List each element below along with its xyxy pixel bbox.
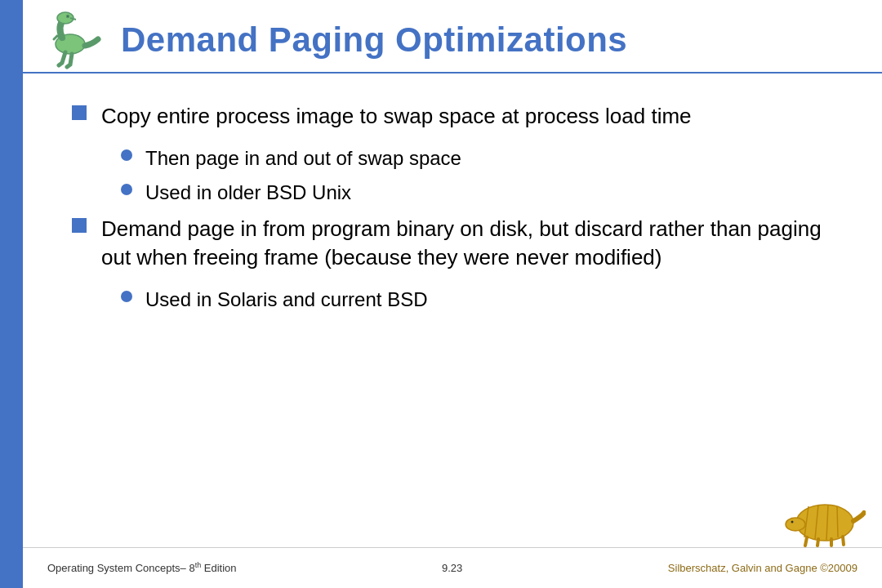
- bullet-item-2: Demand page in from program binary on di…: [72, 215, 833, 272]
- bullet-item-1: Copy entire process image to swap space …: [72, 102, 833, 131]
- footer: Operating System Concepts– 8th Edition 9…: [23, 547, 882, 588]
- sub-bullet-item-1-2: Used in older BSD Unix: [121, 180, 833, 206]
- sub-bullets-2: Used in Solaris and current BSD: [121, 287, 833, 313]
- sub-bullet-circle-1-1: [121, 149, 132, 161]
- bullet-text-2: Demand page in from program binary on di…: [101, 215, 833, 272]
- sub-bullet-text-1-2: Used in older BSD Unix: [145, 180, 351, 206]
- footer-center-text: 9.23: [442, 562, 462, 574]
- sub-bullet-item-1-1: Then page in and out of swap space: [121, 145, 833, 172]
- svg-point-8: [786, 518, 805, 531]
- left-sidebar: [0, 0, 23, 588]
- header-dino: [39, 10, 105, 71]
- footer-right-text: Silberschatz, Galvin and Gagne ©20009: [668, 562, 858, 574]
- bullet-text-1: Copy entire process image to swap space …: [101, 102, 692, 131]
- bullet-square-1: [72, 105, 87, 120]
- page-title: Demand Paging Optimizations: [121, 20, 627, 60]
- header: Demand Paging Optimizations: [23, 0, 882, 74]
- sub-bullet-circle-2-1: [121, 291, 132, 302]
- sub-bullets-1: Then page in and out of swap space Used …: [121, 145, 833, 207]
- footer-left-text: Operating System Concepts– 8th Edition: [47, 561, 237, 574]
- svg-point-2: [67, 15, 69, 17]
- svg-line-7: [837, 506, 838, 537]
- sub-bullet-text-2-1: Used in Solaris and current BSD: [145, 287, 428, 313]
- sub-bullet-text-1-1: Then page in and out of swap space: [145, 145, 461, 172]
- right-dino: [784, 482, 866, 547]
- main-content: Copy entire process image to swap space …: [23, 78, 882, 547]
- svg-point-9: [791, 521, 794, 523]
- sub-bullet-item-2-1: Used in Solaris and current BSD: [121, 287, 833, 313]
- bullet-square-2: [72, 218, 87, 233]
- sub-bullet-circle-1-2: [121, 184, 132, 195]
